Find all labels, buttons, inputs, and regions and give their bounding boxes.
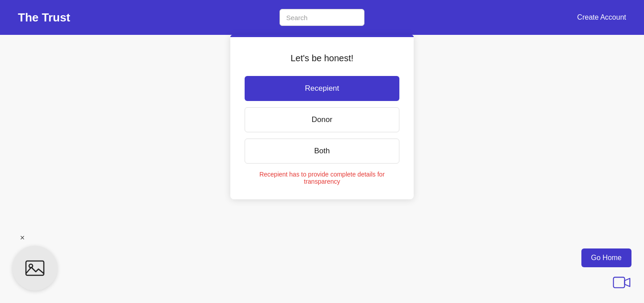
- close-icon[interactable]: ×: [16, 231, 29, 244]
- card-title: Let's be honest!: [291, 53, 354, 63]
- recepient-option-button[interactable]: Recepient: [245, 76, 399, 101]
- donor-option-button[interactable]: Donor: [245, 107, 399, 132]
- main-content: Let's be honest! Recepient Donor Both Re…: [0, 35, 644, 303]
- image-widget: ×: [13, 231, 57, 290]
- search-container: [280, 9, 364, 26]
- bottom-right-controls: Go Home: [581, 248, 631, 290]
- svg-marker-3: [625, 278, 630, 286]
- create-account-button[interactable]: Create Account: [577, 13, 626, 21]
- role-selection-card: Let's be honest! Recepient Donor Both Re…: [230, 35, 414, 199]
- go-home-button[interactable]: Go Home: [581, 248, 631, 267]
- site-title: The Trust: [18, 11, 70, 25]
- card-body: Let's be honest! Recepient Donor Both Re…: [230, 37, 414, 199]
- image-icon: [24, 257, 46, 279]
- video-icon[interactable]: [612, 274, 631, 290]
- warning-text: Recepient has to provide complete detail…: [245, 171, 399, 185]
- svg-rect-0: [26, 261, 44, 275]
- both-option-button[interactable]: Both: [245, 139, 399, 164]
- header: The Trust Create Account: [0, 0, 644, 35]
- svg-rect-2: [614, 277, 625, 287]
- image-upload-button[interactable]: [13, 246, 57, 290]
- search-input[interactable]: [280, 9, 364, 26]
